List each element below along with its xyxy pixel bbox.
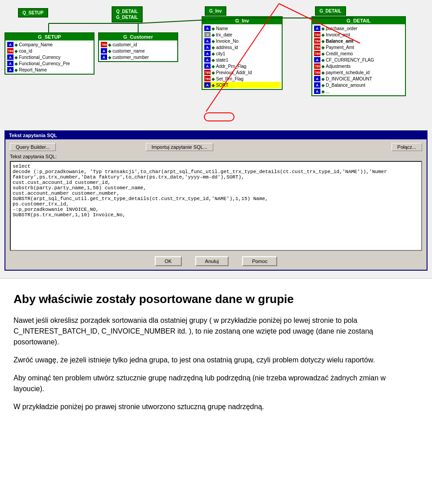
field-address-id: A ◆ address_id bbox=[203, 44, 281, 50]
field-purchase-order: A ◆ purchase_order bbox=[313, 25, 404, 31]
group-g-setup-header: G_SETUP bbox=[5, 33, 94, 40]
field-icon-a: A bbox=[7, 42, 14, 47]
diagram-area: Q_SETUP Q_DETAIL G_DETAIL G_Inv G_DETAIL… bbox=[0, 0, 432, 279]
field-company-name: A ◆ Company_Name bbox=[6, 41, 93, 48]
field-icon-a: A bbox=[7, 54, 14, 60]
field-icon-a: A bbox=[314, 57, 320, 62]
field-icon-a: A bbox=[101, 48, 107, 54]
field-icon-789: ?89 bbox=[204, 76, 211, 81]
field-icon-a: A bbox=[314, 76, 320, 81]
group-g-setup-body: A ◆ Company_Name ?89 ◆ coa_id A ◆ Functi… bbox=[5, 40, 94, 74]
field-icon-a: A bbox=[7, 61, 14, 66]
field-invoice-amt: ?89 ◆ Invoice_amt bbox=[313, 31, 404, 38]
field-balance-amt: ?89 ◆ Balance_amt bbox=[313, 38, 404, 44]
field-name: A ◆ Name bbox=[203, 25, 281, 31]
field-icon-a: A bbox=[204, 82, 211, 88]
field-icon-a: A bbox=[314, 26, 320, 31]
field-customer-id: ?89 ◆ customer_id bbox=[100, 41, 176, 48]
sql-textarea[interactable]: select decode (:p_porzadkowanie, 'Typ tr… bbox=[10, 161, 422, 251]
field-icon-789: ?89 bbox=[101, 42, 107, 47]
field-icon-a: A bbox=[314, 89, 320, 94]
field-icon-a: A bbox=[7, 67, 14, 72]
field-set-prn-flag: ?89 ◆ Set_Prn_Flag bbox=[203, 76, 281, 82]
main-heading: Aby właściwie zostały posortowane dane w… bbox=[14, 292, 418, 306]
paragraph-4: W przykładzie poniżej po prawej stronie … bbox=[14, 401, 418, 412]
field-icon-a: A bbox=[204, 45, 211, 50]
group-g-customer-header: G_Customer bbox=[99, 33, 177, 40]
group-g-inv-body: A ◆ Name ⊞ ◆ trx_date A ◆ Invoice_No A ◆… bbox=[202, 24, 282, 89]
field-icon-789: ?89 bbox=[314, 51, 320, 56]
import-sql-button[interactable]: Importuj zapytanie SQL... bbox=[146, 143, 213, 151]
query-box-g-inv: G_Inv bbox=[205, 6, 226, 16]
field-icon-789: ?89 bbox=[314, 63, 320, 69]
sql-dialog-titlebar: Tekst zapytania SQL bbox=[5, 131, 427, 139]
group-g-detail-body: A ◆ purchase_order ?89 ◆ Invoice_amt ?89… bbox=[312, 24, 405, 95]
connect-button[interactable]: Połącz... bbox=[392, 143, 422, 151]
field-invoice-no: A ◆ Invoice_No bbox=[203, 38, 281, 44]
sql-dialog-body: Query Builder... Importuj zapytanie SQL.… bbox=[5, 139, 427, 270]
cancel-button[interactable]: Anuluj bbox=[195, 256, 229, 266]
field-coa-id: ?89 ◆ coa_id bbox=[6, 48, 93, 54]
field-icon-img: ⊞ bbox=[204, 32, 211, 37]
field-d-balance-amount: A ◆ D_Balance_amount bbox=[313, 82, 404, 88]
field-icon-a: A bbox=[204, 57, 211, 62]
field-icon-789: ?89 bbox=[314, 32, 320, 37]
group-g-inv: G_Inv A ◆ Name ⊞ ◆ trx_date A ◆ Invoice_… bbox=[202, 16, 283, 90]
field-icon-a: A bbox=[204, 38, 211, 44]
group-g-customer-body: ?89 ◆ customer_id A ◆ customer_name A ◆ … bbox=[99, 40, 177, 61]
field-state1: A ◆ state1 bbox=[203, 57, 281, 63]
paragraph-1: Nawet jeśli określisz porządek sortowani… bbox=[14, 315, 418, 348]
ok-button[interactable]: OK bbox=[155, 256, 182, 266]
query-box-q-setup: Q_SETUP bbox=[18, 8, 48, 18]
text-content-area: Aby właściwie zostały posortowane dane w… bbox=[0, 279, 432, 428]
field-icon-789: ?89 bbox=[314, 70, 320, 75]
sql-dialog-buttons: OK Anuluj Pomoc bbox=[10, 256, 422, 266]
field-city1: A ◆ city1 bbox=[203, 50, 281, 57]
field-icon-789: ?89 bbox=[7, 48, 14, 54]
field-previous-addr-id: ?89 ◆ Previous_Addr_Id bbox=[203, 69, 281, 76]
field-customer-number: A ◆ customer_number bbox=[100, 54, 176, 60]
field-functional-currency-pre: A ◆ Functional_Currency_Pre bbox=[6, 60, 93, 67]
paragraph-3: Aby ominąć ten problem utwórz sztucznie … bbox=[14, 373, 418, 394]
field-icon-a: A bbox=[101, 54, 107, 60]
sql-dialog: Tekst zapytania SQL Query Builder... Imp… bbox=[4, 130, 428, 271]
query-builder-button[interactable]: Query Builder... bbox=[10, 143, 56, 151]
field-icon-789: ?89 bbox=[314, 45, 320, 50]
field-icon-a: A bbox=[204, 51, 211, 56]
group-g-detail: G_DETAIL A ◆ purchase_order ?89 ◆ Invoic… bbox=[311, 16, 406, 96]
field-icon-789: ?89 bbox=[204, 70, 211, 75]
field-functional-currency: A ◆ Functional_Currency bbox=[6, 54, 93, 60]
help-button[interactable]: Pomoc bbox=[242, 256, 277, 266]
sql-label: Tekst zapytania SQL: bbox=[10, 154, 422, 159]
group-g-customer: G_Customer ?89 ◆ customer_id A ◆ custome… bbox=[98, 32, 178, 62]
field-icon-a: A bbox=[204, 26, 211, 31]
paragraph-2: Zwróć uwagę, że jeżeli istnieje tylko je… bbox=[14, 355, 418, 366]
field-addr-prn-flag: A ◆ Addr_Prn_Flag bbox=[203, 63, 281, 69]
sql-toolbar: Query Builder... Importuj zapytanie SQL.… bbox=[10, 143, 422, 151]
field-icon-a: A bbox=[314, 82, 320, 88]
field-credit-memo: ?89 ◆ Credit_memo bbox=[313, 50, 404, 57]
field-icon-789: ?89 bbox=[314, 38, 320, 44]
field-cf-currency-flag: A ◆ CF_CURRENCY_FLAG bbox=[313, 57, 404, 63]
group-g-setup: G_SETUP A ◆ Company_Name ?89 ◆ coa_id A … bbox=[4, 32, 94, 75]
field-payment-amt: ?89 ◆ Payment_Amt bbox=[313, 44, 404, 50]
field-d-invoice-amount: A ◆ D_INVOICE_AMOUNT bbox=[313, 76, 404, 82]
group-g-detail-header: G_DETAIL bbox=[312, 17, 405, 24]
field-trx-date: ⊞ ◆ trx_date bbox=[203, 31, 281, 38]
query-box-g-detail: G_DETAIL bbox=[315, 6, 346, 16]
field-payment-schedule-id: ?89 ◆ payment_schedule_id bbox=[313, 69, 404, 76]
field-customer-name: A ◆ customer_name bbox=[100, 48, 176, 54]
group-g-inv-header: G_Inv bbox=[202, 17, 282, 24]
field-adjustments: ?89 ◆ Adjustments bbox=[313, 63, 404, 69]
field-sort-highlighted: A ◆ SORT bbox=[203, 82, 281, 88]
field-more: A ◆ ... bbox=[313, 88, 404, 94]
query-box-q-detail: Q_DETAIL G_DETAIL bbox=[112, 6, 143, 22]
field-icon-a: A bbox=[204, 63, 211, 69]
field-report-name: A ◆ Report_Name bbox=[6, 67, 93, 73]
